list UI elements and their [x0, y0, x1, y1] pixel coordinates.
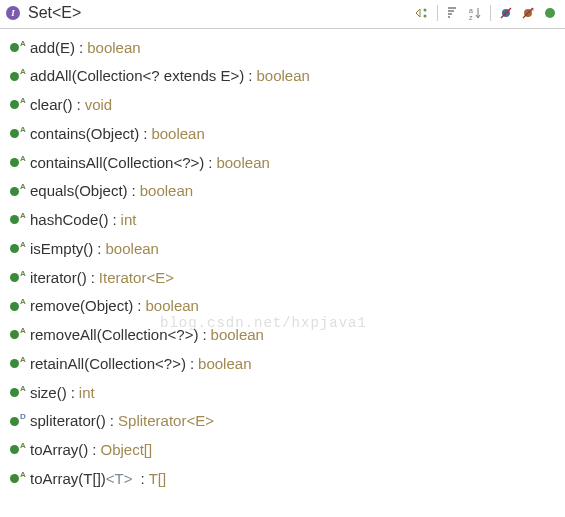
method-signature: toArray() — [30, 439, 88, 461]
method-row[interactable]: AretainAll(Collection<?>):boolean — [0, 349, 565, 378]
type-parameter: <T> — [106, 468, 133, 490]
method-signature: clear() — [30, 94, 73, 116]
return-separator: : — [79, 37, 83, 59]
outline-content: blog.csdn.net/hxpjava1 Aadd(E):booleanAa… — [0, 29, 565, 497]
method-row[interactable]: AhashCode():int — [0, 206, 565, 235]
method-row[interactable]: Acontains(Object):boolean — [0, 119, 565, 148]
abstract-method-badge: A — [20, 239, 26, 251]
public-visibility-icon — [10, 158, 19, 167]
return-separator: : — [110, 410, 114, 432]
method-row[interactable]: Aiterator():Iterator<E> — [0, 263, 565, 292]
return-separator: : — [71, 382, 75, 404]
return-separator: : — [143, 123, 147, 145]
method-signature: isEmpty() — [30, 238, 93, 260]
return-type: boolean — [256, 65, 309, 87]
return-type: T[] — [149, 468, 167, 490]
return-type: boolean — [106, 238, 159, 260]
sort-icon[interactable] — [444, 4, 462, 22]
return-type: boolean — [146, 295, 199, 317]
return-separator: : — [132, 180, 136, 202]
hide-fields-icon[interactable] — [497, 4, 515, 22]
hide-static-icon[interactable]: s — [519, 4, 537, 22]
abstract-method-badge: A — [20, 153, 26, 165]
return-separator: : — [141, 468, 145, 490]
method-signature: iterator() — [30, 267, 87, 289]
method-signature: retainAll(Collection<?>) — [30, 353, 186, 375]
method-signature: size() — [30, 382, 67, 404]
public-visibility-icon — [10, 302, 19, 311]
method-icon: A — [10, 329, 30, 341]
method-icon: D — [10, 415, 30, 427]
method-row[interactable]: Aclear():void — [0, 91, 565, 120]
return-separator: : — [97, 238, 101, 260]
return-type: boolean — [198, 353, 251, 375]
method-row[interactable]: Aadd(E):boolean — [0, 33, 565, 62]
svg-text:a: a — [469, 7, 473, 14]
method-signature: remove(Object) — [30, 295, 133, 317]
method-signature: add(E) — [30, 37, 75, 59]
sort-alpha-icon[interactable]: az — [466, 4, 484, 22]
method-row[interactable]: AtoArray(T[]) <T>:T[] — [0, 464, 565, 493]
method-signature: spliterator() — [30, 410, 106, 432]
method-row[interactable]: AaddAll(Collection<? extends E>):boolean — [0, 62, 565, 91]
method-icon: A — [10, 214, 30, 226]
method-row[interactable]: AtoArray():Object[] — [0, 436, 565, 465]
method-row[interactable]: AremoveAll(Collection<?>):boolean — [0, 321, 565, 350]
member-list: Aadd(E):booleanAaddAll(Collection<? exte… — [0, 29, 565, 497]
method-icon: A — [10, 185, 30, 197]
return-type: boolean — [211, 324, 264, 346]
abstract-method-badge: A — [20, 181, 26, 193]
method-row[interactable]: AcontainsAll(Collection<?>):boolean — [0, 148, 565, 177]
focus-on-active-task-icon[interactable] — [413, 4, 431, 22]
outline-header: I Set<E> az s — [0, 0, 565, 29]
method-icon: A — [10, 243, 30, 255]
method-icon: A — [10, 272, 30, 284]
public-visibility-icon — [10, 215, 19, 224]
return-type: boolean — [151, 123, 204, 145]
return-separator: : — [208, 152, 212, 174]
public-visibility-icon — [10, 330, 19, 339]
return-type: int — [79, 382, 95, 404]
return-separator: : — [112, 209, 116, 231]
abstract-method-badge: A — [20, 383, 26, 395]
abstract-method-badge: A — [20, 95, 26, 107]
public-visibility-icon — [10, 100, 19, 109]
public-visibility-icon — [10, 417, 19, 426]
return-type: Spliterator<E> — [118, 410, 214, 432]
abstract-method-badge: A — [20, 38, 26, 50]
return-type: boolean — [140, 180, 193, 202]
svg-point-9 — [545, 8, 555, 18]
svg-point-0 — [424, 9, 427, 12]
return-type: Iterator<E> — [99, 267, 174, 289]
method-row[interactable]: Aremove(Object):boolean — [0, 292, 565, 321]
hide-non-public-icon[interactable] — [541, 4, 559, 22]
method-signature: contains(Object) — [30, 123, 139, 145]
method-icon: A — [10, 387, 30, 399]
public-visibility-icon — [10, 129, 19, 138]
method-row[interactable]: Dspliterator():Spliterator<E> — [0, 407, 565, 436]
abstract-method-badge: A — [20, 469, 26, 481]
method-signature: containsAll(Collection<?>) — [30, 152, 204, 174]
method-row[interactable]: Aequals(Object):boolean — [0, 177, 565, 206]
toolbar-separator — [437, 5, 438, 21]
abstract-method-badge: A — [20, 124, 26, 136]
abstract-method-badge: A — [20, 296, 26, 308]
method-signature: addAll(Collection<? extends E>) — [30, 65, 244, 87]
method-row[interactable]: Asize():int — [0, 378, 565, 407]
interface-icon: I — [6, 6, 20, 20]
method-signature: hashCode() — [30, 209, 108, 231]
public-visibility-icon — [10, 445, 19, 454]
return-separator: : — [248, 65, 252, 87]
public-visibility-icon — [10, 273, 19, 282]
method-icon: A — [10, 157, 30, 169]
return-type: void — [85, 94, 113, 116]
method-icon: A — [10, 99, 30, 111]
header-toolbar: az s — [413, 4, 559, 22]
abstract-method-badge: A — [20, 325, 26, 337]
public-visibility-icon — [10, 187, 19, 196]
return-separator: : — [190, 353, 194, 375]
abstract-method-badge: A — [20, 66, 26, 78]
abstract-method-badge: A — [20, 354, 26, 366]
return-separator: : — [137, 295, 141, 317]
method-row[interactable]: AisEmpty():boolean — [0, 234, 565, 263]
